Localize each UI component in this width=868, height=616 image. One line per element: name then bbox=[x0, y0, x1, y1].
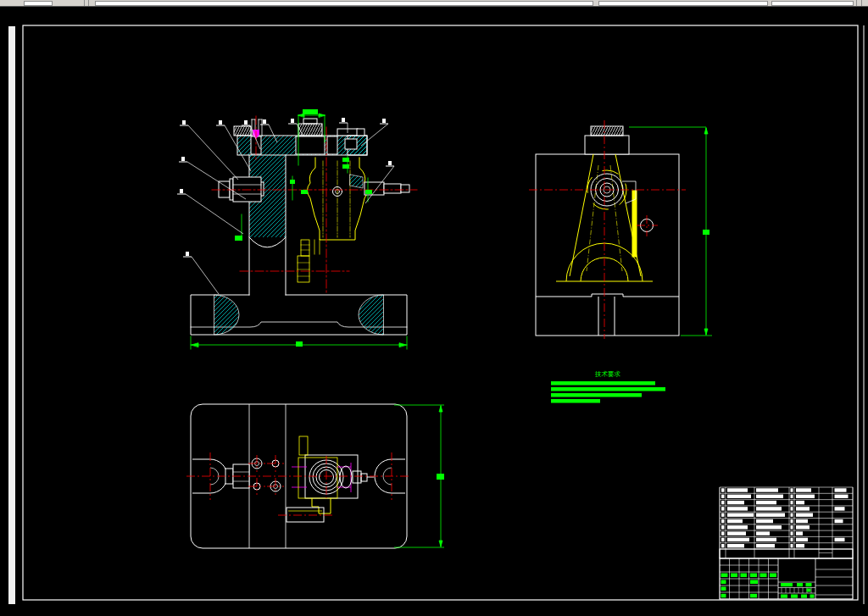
drawing-canvas[interactable]: 技术要求 序 名 称 数 量 件 材 料 重 量 备 注 bbox=[0, 0, 868, 616]
title-block bbox=[720, 558, 853, 599]
knurled-nut bbox=[234, 126, 251, 136]
cad-window: 技术要求 序 名 称 数 量 件 材 料 重 量 备 注 bbox=[0, 0, 868, 616]
plan-view bbox=[186, 404, 444, 548]
tech-requirements-lines bbox=[551, 381, 665, 403]
dimensions bbox=[629, 127, 712, 336]
accent-lines bbox=[292, 463, 351, 492]
paper-edge bbox=[8, 26, 15, 604]
item-balloon bbox=[183, 252, 219, 294]
tech-requirements: 技术要求 bbox=[551, 370, 665, 403]
front-view bbox=[191, 114, 417, 349]
knurled-knob bbox=[591, 126, 623, 136]
side-view bbox=[529, 120, 712, 339]
centerlines bbox=[186, 452, 411, 515]
tech-requirements-title: 技术要求 bbox=[594, 370, 621, 378]
sheet-frame bbox=[8, 25, 864, 604]
item-balloon bbox=[180, 120, 238, 180]
parts-list: 序 名 称 数 量 件 材 料 重 量 备 注 bbox=[720, 487, 853, 558]
